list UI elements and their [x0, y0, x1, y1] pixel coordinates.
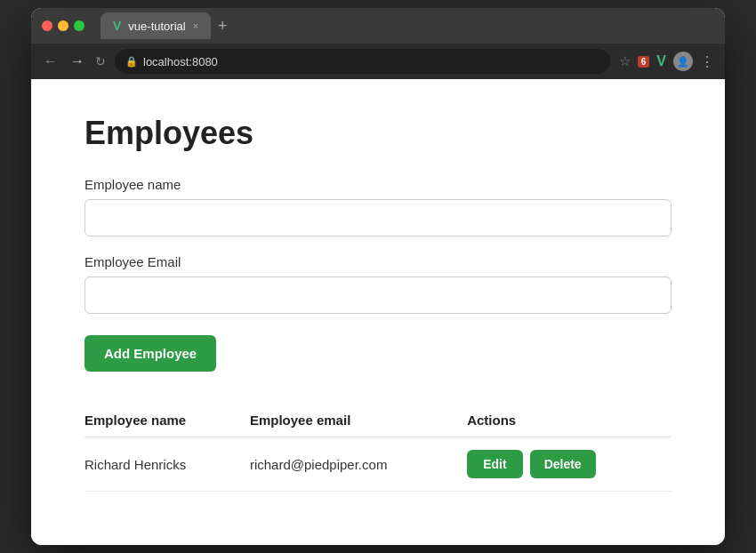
table-row: Richard Henricksrichard@piedpiper.comEdi…	[84, 437, 672, 492]
col-email: Employee email	[250, 404, 467, 437]
email-input[interactable]	[84, 276, 672, 314]
bookmark-icon[interactable]: ☆	[619, 53, 631, 69]
new-tab-button[interactable]: +	[218, 18, 228, 34]
back-button[interactable]: ←	[42, 53, 60, 69]
name-input[interactable]	[84, 199, 672, 236]
url-text: localhost:8080	[143, 55, 218, 68]
profile-avatar[interactable]: 👤	[673, 52, 693, 71]
page-content: Employees Employee name Employee Email A…	[31, 79, 725, 545]
refresh-button[interactable]: ↻	[95, 54, 106, 68]
email-label: Employee Email	[84, 254, 672, 269]
lock-icon: 🔒	[125, 56, 138, 68]
title-bar: V vue-tutorial × +	[31, 8, 725, 44]
edit-button[interactable]: Edit	[467, 450, 522, 478]
action-buttons: EditDelete	[467, 450, 659, 478]
employee-table: Employee name Employee email Actions Ric…	[84, 404, 672, 492]
table-body: Richard Henricksrichard@piedpiper.comEdi…	[84, 437, 672, 492]
toolbar-right: ☆ 6 V 👤 ⋮	[619, 52, 714, 71]
tab-title: vue-tutorial	[128, 20, 185, 33]
employee-name-cell: Richard Henricks	[84, 437, 250, 492]
browser-window: V vue-tutorial × + ← → ↻ 🔒 localhost:808…	[31, 8, 725, 545]
chrome-menu-button[interactable]: ⋮	[700, 53, 714, 70]
add-employee-button[interactable]: Add Employee	[84, 335, 216, 372]
table-header: Employee name Employee email Actions	[84, 404, 672, 437]
tab-close-icon[interactable]: ×	[193, 20, 198, 31]
employee-email-cell: richard@piedpiper.com	[250, 437, 467, 492]
employee-email-group: Employee Email	[84, 254, 672, 314]
name-label: Employee name	[84, 177, 672, 192]
vue-tab-icon: V	[113, 19, 121, 33]
employee-actions-cell: EditDelete	[467, 437, 672, 492]
close-button[interactable]	[42, 20, 52, 31]
vue-extension-icon[interactable]: V	[656, 53, 666, 69]
delete-button[interactable]: Delete	[530, 450, 596, 478]
col-name: Employee name	[84, 404, 250, 437]
traffic-lights	[42, 20, 84, 31]
employee-name-group: Employee name	[84, 177, 672, 236]
extension-badge[interactable]: 6	[638, 56, 650, 68]
browser-tab[interactable]: V vue-tutorial ×	[101, 12, 211, 39]
page-title: Employees	[84, 115, 672, 152]
url-bar[interactable]: 🔒 localhost:8080	[115, 49, 610, 74]
address-bar: ← → ↻ 🔒 localhost:8080 ☆ 6 V 👤 ⋮	[31, 44, 725, 79]
tab-area: V vue-tutorial × +	[101, 12, 714, 39]
table-header-row: Employee name Employee email Actions	[84, 404, 672, 437]
minimize-button[interactable]	[58, 20, 68, 31]
forward-button[interactable]: →	[68, 53, 86, 69]
col-actions: Actions	[467, 404, 672, 437]
maximize-button[interactable]	[74, 20, 84, 31]
